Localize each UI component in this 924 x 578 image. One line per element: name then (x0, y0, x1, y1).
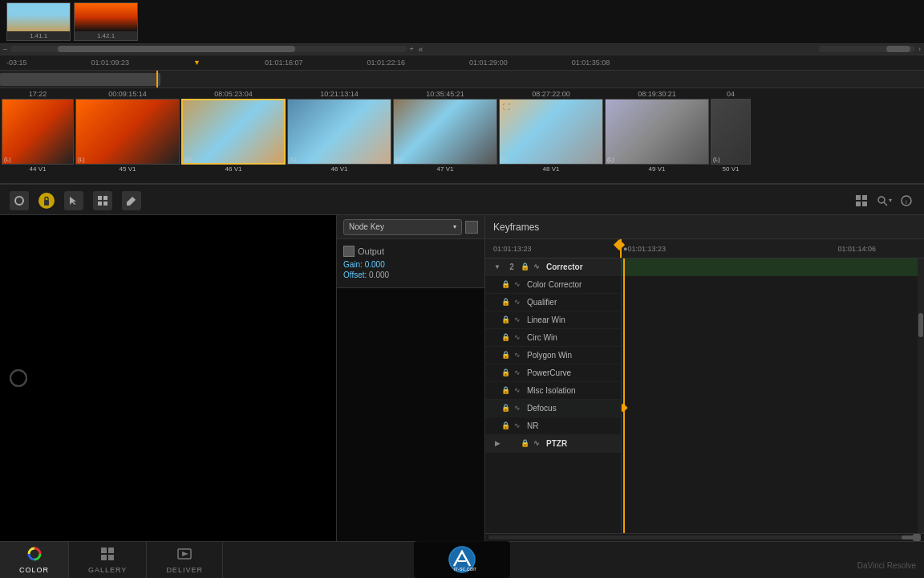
svg-rect-7 (856, 195, 861, 200)
kf-item-polygon-win[interactable]: 🔒 ∿ Polygon Win (485, 347, 621, 364)
kf-expand-ptzr[interactable]: ▶ (492, 438, 503, 450)
tab-deliver[interactable]: DELIVER (147, 542, 223, 578)
clip-item-49[interactable]: 08:19:30:21 (L) 49 V1 (605, 90, 709, 173)
kf-item-corrector[interactable]: ▼ 2 🔒 ∿ Corrector (485, 258, 621, 276)
svg-rect-3 (98, 196, 102, 200)
keyframes-timeline (622, 258, 924, 533)
tab-gallery[interactable]: GALLERY (69, 542, 147, 578)
kf-bottom-scrollbar[interactable] (485, 533, 924, 541)
clip-item-46[interactable]: 08:05:23:04 (L) 46 V1 (181, 90, 286, 173)
clip-thumbnail-1 (7, 3, 70, 31)
clip-item-47[interactable]: 10:35:45:21 (L) 47 V1 (393, 90, 497, 173)
kf-playhead-line (623, 258, 625, 533)
ruler-collapse[interactable]: « (419, 45, 424, 54)
toolbar-right: ▾ i (853, 193, 914, 209)
clip-badge-47: (L) (395, 157, 403, 162)
kf-label-corrector: Corrector (545, 263, 621, 271)
kf-item-defocus[interactable]: 🔒 ∿ Defocus (485, 400, 621, 417)
ruler-plus[interactable]: + (410, 45, 414, 53)
center-node-panel: Node Key ▾ Output Gain: 0.000 Offset: 0.… (337, 215, 485, 541)
clip-badge-48: (L) (501, 157, 509, 162)
ruler-scrollbar[interactable]: – + « › (0, 44, 924, 55)
kf-curve-icon-corrector: ∿ (533, 263, 543, 272)
kf-item-powercurve[interactable]: 🔒 ∿ PowerCurve (485, 364, 621, 382)
offset-label: Offset: (343, 271, 367, 279)
clip-image-46b: (L) (287, 99, 391, 165)
node-key-square-btn[interactable] (465, 221, 478, 234)
node-key-dropdown[interactable]: Node Key ▾ (343, 219, 462, 235)
clip-time-47: 10:35:45:21 (426, 90, 464, 98)
tab-color[interactable]: COLOR (0, 542, 69, 578)
toolbar-row: ▾ i (0, 186, 924, 215)
clip-image-45: (L) (75, 99, 180, 165)
svg-rect-5 (98, 201, 102, 206)
clip-item-46b[interactable]: 10:21:13:14 (L) 46 V1 (287, 90, 391, 173)
watermark-overlay: rr-sc.com (414, 541, 510, 578)
kf-item-linear-win[interactable]: 🔒 ∿ Linear Win (485, 311, 621, 329)
kf-item-color-corrector[interactable]: 🔒 ∿ Color Corrector (485, 276, 621, 294)
ruler-minus[interactable]: – (3, 45, 7, 53)
clip-image-47: (L) (393, 99, 497, 165)
kf-item-misc-isolation[interactable]: 🔒 ∿ Misc Isolation (485, 382, 621, 400)
kf-expand-corrector[interactable]: ▼ (492, 262, 503, 273)
kf-item-circ-win[interactable]: 🔒 ∿ Circ Win (485, 329, 621, 347)
watermark-logo-svg: rr-sc.com (448, 545, 476, 574)
ruler-right-scrollbar[interactable] (819, 46, 915, 52)
kf-label-linear-win: Linear Win (525, 315, 621, 324)
davinci-brand: DaVinci Resolve (857, 557, 916, 572)
deliver-tab-icon (177, 547, 192, 564)
clip-label-44: 44 V1 (30, 165, 47, 173)
ruler-right-arrow[interactable]: › (918, 45, 921, 53)
kf-curve-icon-lw: ∿ (514, 315, 524, 325)
clip-image-50: (L) (711, 99, 751, 165)
svg-rect-19 (108, 555, 114, 560)
center-preview-black (337, 288, 484, 541)
ruler-scrollbar-track[interactable] (10, 46, 407, 52)
filmstrip-clip-2[interactable]: 1.42.1 (74, 2, 138, 41)
layout-button[interactable] (93, 191, 112, 210)
node-key-dropdown-label: Node Key (349, 222, 384, 231)
ruler-scroll-thumb[interactable] (58, 46, 295, 52)
kf-curve-icon-pw: ∿ (514, 351, 524, 360)
kf-lock-icon-q: 🔒 (501, 298, 511, 307)
clip-label-46b: 46 V1 (331, 165, 348, 173)
clip-badge-49: (L) (607, 157, 614, 162)
kf-item-nr[interactable]: 🔒 ∿ NR (485, 417, 621, 435)
kf-item-qualifier[interactable]: 🔒 ∿ Qualifier (485, 294, 621, 311)
clip-thumbnail-2 (75, 3, 137, 31)
grid-view-button[interactable] (853, 193, 869, 209)
fullscreen-icon: ⛶ (503, 103, 510, 111)
color-tab-icon (27, 547, 42, 564)
yellow-lock-button[interactable] (38, 193, 55, 209)
info-button[interactable]: i (898, 193, 914, 209)
kf-lock-icon-ptzr: 🔒 (521, 439, 530, 449)
svg-marker-21 (182, 552, 188, 556)
clip-item-50[interactable]: 04 (L) 50 V1 (711, 90, 751, 173)
node-key-header: Node Key ▾ (337, 215, 484, 239)
kf-scrollbar-thumb[interactable] (918, 313, 923, 337)
ts-2: 01:01:16:07 (265, 59, 303, 67)
clip-label-2: 1.42.1 (96, 31, 116, 40)
kf-lock-icon-pw: 🔒 (501, 351, 511, 360)
kf-scrollbar-right[interactable] (918, 258, 924, 533)
keyframes-panel: Keyframes 01:01:13:23 ●01:01:13:23 01:01… (485, 215, 924, 541)
ruler-right-thumb[interactable] (886, 46, 910, 52)
clip-item-45[interactable]: 00:09:15:14 (L) 45 V1 (75, 90, 180, 173)
filmstrip-clip-1[interactable]: 1.41.1 (6, 2, 71, 41)
cursor-button[interactable] (64, 191, 83, 210)
kf-item-ptzr[interactable]: ▶ 🔒 ∿ PTZR (485, 435, 621, 453)
kf-bottom-handle[interactable] (913, 534, 921, 541)
keyframes-list[interactable]: ▼ 2 🔒 ∿ Corrector 🔒 ∿ Color Corrector 🔒 … (485, 258, 622, 533)
clip-item-48[interactable]: 08:27:22:00 (L) ⛶ 48 V1 (499, 90, 603, 173)
svg-rect-9 (856, 201, 861, 206)
svg-rect-6 (103, 201, 107, 206)
search-button[interactable]: ▾ (876, 193, 892, 209)
gain-label: Gain: (343, 260, 363, 269)
svg-text:rr-sc.com: rr-sc.com (454, 566, 476, 572)
svg-point-0 (15, 197, 23, 205)
circle-button[interactable] (10, 191, 29, 210)
clip-item-44[interactable]: 17:22 (L) 44 V1 (2, 90, 74, 173)
dropper-button[interactable] (122, 191, 141, 210)
timeline-ruler: – + « › -03:15 01:01:09:23 ▼ 01:01:16:07… (0, 44, 924, 88)
kf-curve-icon-pc: ∿ (514, 368, 524, 378)
